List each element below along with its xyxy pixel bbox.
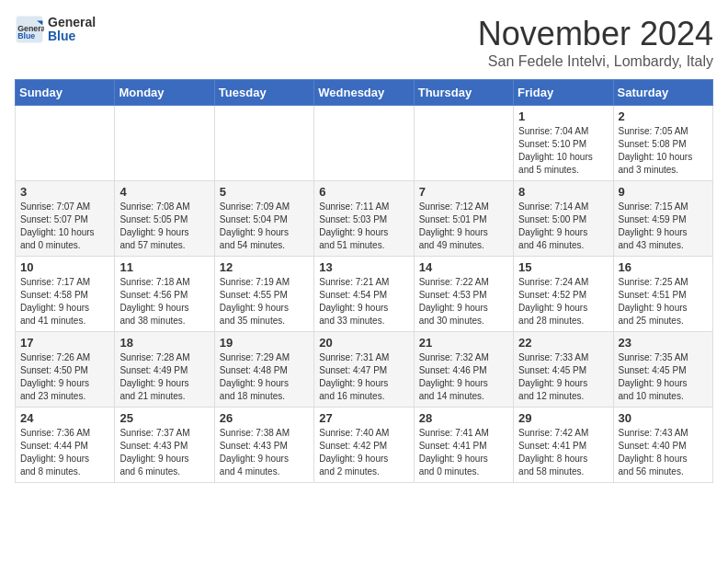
day-info: Sunrise: 7:32 AM Sunset: 4:46 PM Dayligh…: [419, 351, 508, 403]
calendar-cell: 17Sunrise: 7:26 AM Sunset: 4:50 PM Dayli…: [16, 332, 115, 408]
day-number: 20: [319, 336, 408, 350]
day-info: Sunrise: 7:17 AM Sunset: 4:58 PM Dayligh…: [20, 276, 109, 327]
day-number: 9: [619, 185, 708, 199]
day-number: 27: [319, 411, 408, 425]
day-number: 6: [319, 185, 408, 199]
calendar-cell: 9Sunrise: 7:15 AM Sunset: 4:59 PM Daylig…: [613, 181, 712, 257]
day-number: 26: [220, 411, 309, 425]
day-info: Sunrise: 7:09 AM Sunset: 5:04 PM Dayligh…: [220, 201, 309, 252]
calendar-cell: [414, 106, 513, 181]
calendar-cell: 16Sunrise: 7:25 AM Sunset: 4:51 PM Dayli…: [613, 257, 712, 332]
day-number: 29: [518, 411, 608, 425]
location-title: San Fedele Intelvi, Lombardy, Italy: [478, 53, 713, 70]
day-info: Sunrise: 7:42 AM Sunset: 4:41 PM Dayligh…: [518, 427, 608, 478]
page-header: General Blue General Blue November 2024 …: [15, 15, 713, 70]
calendar-cell: 26Sunrise: 7:38 AM Sunset: 4:43 PM Dayli…: [214, 408, 313, 483]
calendar-cell: 2Sunrise: 7:05 AM Sunset: 5:08 PM Daylig…: [613, 106, 712, 181]
calendar-cell: 29Sunrise: 7:42 AM Sunset: 4:41 PM Dayli…: [514, 408, 613, 483]
day-info: Sunrise: 7:31 AM Sunset: 4:47 PM Dayligh…: [319, 351, 408, 403]
calendar-cell: 20Sunrise: 7:31 AM Sunset: 4:47 PM Dayli…: [314, 332, 414, 408]
calendar-cell: 15Sunrise: 7:24 AM Sunset: 4:52 PM Dayli…: [514, 257, 613, 332]
day-number: 17: [20, 336, 109, 350]
calendar-cell: [214, 106, 313, 181]
weekday-header-row: SundayMondayTuesdayWednesdayThursdayFrid…: [16, 80, 713, 106]
calendar-cell: 10Sunrise: 7:17 AM Sunset: 4:58 PM Dayli…: [16, 257, 115, 332]
calendar-cell: 18Sunrise: 7:28 AM Sunset: 4:49 PM Dayli…: [115, 332, 214, 408]
day-info: Sunrise: 7:38 AM Sunset: 4:43 PM Dayligh…: [220, 427, 309, 478]
day-info: Sunrise: 7:18 AM Sunset: 4:56 PM Dayligh…: [119, 276, 209, 327]
month-title: November 2024: [478, 15, 713, 53]
weekday-header-saturday: Saturday: [613, 80, 712, 106]
day-info: Sunrise: 7:19 AM Sunset: 4:55 PM Dayligh…: [220, 276, 309, 327]
day-info: Sunrise: 7:21 AM Sunset: 4:54 PM Dayligh…: [319, 276, 408, 327]
day-info: Sunrise: 7:28 AM Sunset: 4:49 PM Dayligh…: [119, 351, 209, 403]
day-number: 10: [20, 260, 109, 274]
calendar-week-2: 3Sunrise: 7:07 AM Sunset: 5:07 PM Daylig…: [16, 181, 713, 257]
calendar-cell: 3Sunrise: 7:07 AM Sunset: 5:07 PM Daylig…: [16, 181, 115, 257]
calendar-week-1: 1Sunrise: 7:04 AM Sunset: 5:10 PM Daylig…: [16, 106, 713, 181]
logo-blue: Blue: [48, 29, 96, 43]
day-number: 15: [518, 260, 608, 274]
day-info: Sunrise: 7:36 AM Sunset: 4:44 PM Dayligh…: [20, 427, 109, 478]
day-number: 1: [518, 109, 608, 123]
day-number: 19: [220, 336, 309, 350]
day-number: 25: [119, 411, 209, 425]
day-number: 22: [518, 336, 608, 350]
calendar-cell: 13Sunrise: 7:21 AM Sunset: 4:54 PM Dayli…: [314, 257, 414, 332]
logo-icon: General Blue: [15, 15, 44, 44]
weekday-header-thursday: Thursday: [414, 80, 513, 106]
day-info: Sunrise: 7:05 AM Sunset: 5:08 PM Dayligh…: [619, 125, 708, 177]
logo-general: General: [48, 16, 96, 29]
calendar-cell: 28Sunrise: 7:41 AM Sunset: 4:41 PM Dayli…: [414, 408, 513, 483]
calendar-cell: 19Sunrise: 7:29 AM Sunset: 4:48 PM Dayli…: [214, 332, 313, 408]
calendar-cell: 30Sunrise: 7:43 AM Sunset: 4:40 PM Dayli…: [613, 408, 712, 483]
day-info: Sunrise: 7:37 AM Sunset: 4:43 PM Dayligh…: [119, 427, 209, 478]
day-number: 4: [119, 185, 209, 199]
calendar: SundayMondayTuesdayWednesdayThursdayFrid…: [15, 79, 713, 483]
day-info: Sunrise: 7:40 AM Sunset: 4:42 PM Dayligh…: [319, 427, 408, 478]
day-info: Sunrise: 7:15 AM Sunset: 4:59 PM Dayligh…: [619, 201, 708, 252]
day-info: Sunrise: 7:24 AM Sunset: 4:52 PM Dayligh…: [518, 276, 608, 327]
weekday-header-wednesday: Wednesday: [314, 80, 414, 106]
day-number: 5: [220, 185, 309, 199]
calendar-cell: 6Sunrise: 7:11 AM Sunset: 5:03 PM Daylig…: [314, 181, 414, 257]
day-info: Sunrise: 7:11 AM Sunset: 5:03 PM Dayligh…: [319, 201, 408, 252]
day-number: 11: [119, 260, 209, 274]
calendar-cell: 23Sunrise: 7:35 AM Sunset: 4:45 PM Dayli…: [613, 332, 712, 408]
calendar-cell: [314, 106, 414, 181]
day-info: Sunrise: 7:41 AM Sunset: 4:41 PM Dayligh…: [419, 427, 508, 478]
day-info: Sunrise: 7:33 AM Sunset: 4:45 PM Dayligh…: [518, 351, 608, 403]
day-number: 12: [220, 260, 309, 274]
day-info: Sunrise: 7:22 AM Sunset: 4:53 PM Dayligh…: [419, 276, 508, 327]
day-number: 14: [419, 260, 508, 274]
calendar-cell: 21Sunrise: 7:32 AM Sunset: 4:46 PM Dayli…: [414, 332, 513, 408]
logo-text: General Blue: [48, 16, 96, 44]
day-number: 28: [419, 411, 508, 425]
calendar-week-4: 17Sunrise: 7:26 AM Sunset: 4:50 PM Dayli…: [16, 332, 713, 408]
calendar-cell: 12Sunrise: 7:19 AM Sunset: 4:55 PM Dayli…: [214, 257, 313, 332]
day-number: 23: [619, 336, 708, 350]
day-number: 7: [419, 185, 508, 199]
calendar-cell: 8Sunrise: 7:14 AM Sunset: 5:00 PM Daylig…: [514, 181, 613, 257]
calendar-cell: 7Sunrise: 7:12 AM Sunset: 5:01 PM Daylig…: [414, 181, 513, 257]
calendar-week-3: 10Sunrise: 7:17 AM Sunset: 4:58 PM Dayli…: [16, 257, 713, 332]
day-info: Sunrise: 7:08 AM Sunset: 5:05 PM Dayligh…: [119, 201, 209, 252]
calendar-week-5: 24Sunrise: 7:36 AM Sunset: 4:44 PM Dayli…: [16, 408, 713, 483]
day-info: Sunrise: 7:14 AM Sunset: 5:00 PM Dayligh…: [518, 201, 608, 252]
day-number: 8: [518, 185, 608, 199]
day-info: Sunrise: 7:04 AM Sunset: 5:10 PM Dayligh…: [518, 125, 608, 177]
calendar-cell: 14Sunrise: 7:22 AM Sunset: 4:53 PM Dayli…: [414, 257, 513, 332]
day-info: Sunrise: 7:12 AM Sunset: 5:01 PM Dayligh…: [419, 201, 508, 252]
day-number: 24: [20, 411, 109, 425]
logo: General Blue General Blue: [15, 15, 96, 44]
day-info: Sunrise: 7:35 AM Sunset: 4:45 PM Dayligh…: [619, 351, 708, 403]
calendar-cell: 22Sunrise: 7:33 AM Sunset: 4:45 PM Dayli…: [514, 332, 613, 408]
calendar-cell: [115, 106, 214, 181]
day-info: Sunrise: 7:43 AM Sunset: 4:40 PM Dayligh…: [619, 427, 708, 478]
weekday-header-sunday: Sunday: [16, 80, 115, 106]
day-number: 21: [419, 336, 508, 350]
weekday-header-tuesday: Tuesday: [214, 80, 313, 106]
day-number: 3: [20, 185, 109, 199]
day-number: 30: [619, 411, 708, 425]
day-number: 13: [319, 260, 408, 274]
